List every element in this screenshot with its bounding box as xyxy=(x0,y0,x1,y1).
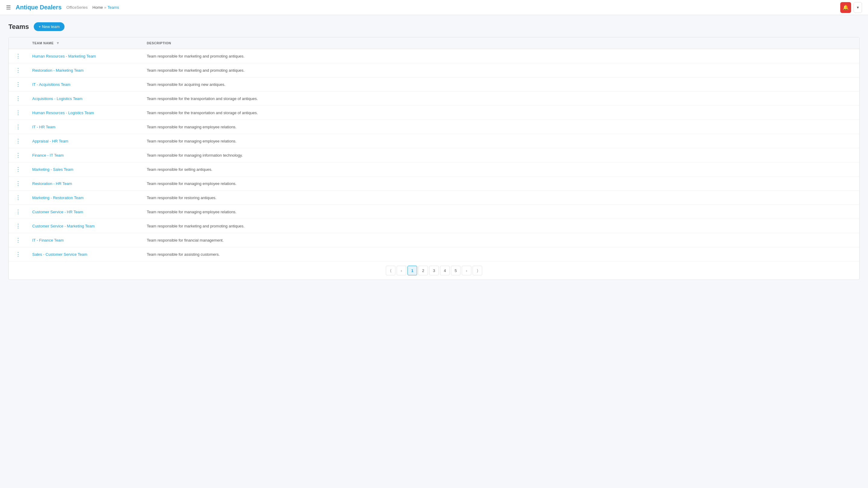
row-menu-button[interactable]: ⋮ xyxy=(13,81,23,88)
notification-button[interactable]: 🔔 xyxy=(840,2,851,13)
row-desc-cell: Team responsible for managing employee r… xyxy=(142,205,859,219)
team-name-link[interactable]: Marketing - Restoration Team xyxy=(32,195,84,200)
team-name-link[interactable]: Restoration - HR Team xyxy=(32,181,72,186)
breadcrumb-home[interactable]: Home xyxy=(93,5,103,10)
chevron-down-icon: ▾ xyxy=(857,5,859,10)
breadcrumb: Home » Teams xyxy=(93,5,119,10)
pagination-page-4[interactable]: 4 xyxy=(440,266,450,275)
team-description: Team responsible for selling antiques. xyxy=(147,167,213,172)
team-name-link[interactable]: Restoration - Marketing Team xyxy=(32,68,84,73)
team-name-link[interactable]: Customer Service - HR Team xyxy=(32,210,83,214)
row-menu-button[interactable]: ⋮ xyxy=(13,124,23,130)
pagination-next[interactable]: › xyxy=(462,266,471,275)
team-description: Team responsible for marketing and promo… xyxy=(147,68,244,73)
row-desc-cell: Team responsible for marketing and promo… xyxy=(142,63,859,77)
table-row: ⋮ Customer Service - HR Team Team respon… xyxy=(9,205,859,219)
row-actions-cell: ⋮ xyxy=(9,162,27,176)
table-row: ⋮ Sales - Customer Service Team Team res… xyxy=(9,247,859,261)
pagination-page-2[interactable]: 2 xyxy=(418,266,428,275)
row-desc-cell: Team responsible for assisting customers… xyxy=(142,247,859,261)
row-desc-cell: Team responsible for managing informatio… xyxy=(142,148,859,162)
table-row: ⋮ Human Resources - Marketing Team Team … xyxy=(9,49,859,63)
row-menu-button[interactable]: ⋮ xyxy=(13,208,23,215)
row-menu-button[interactable]: ⋮ xyxy=(13,237,23,243)
team-description: Team responsible for managing informatio… xyxy=(147,153,243,158)
table-row: ⋮ Marketing - Sales Team Team responsibl… xyxy=(9,162,859,176)
pagination-first[interactable]: ⟨ xyxy=(386,266,396,275)
table-row: ⋮ Appraisal - HR Team Team responsible f… xyxy=(9,134,859,148)
pagination-page-3[interactable]: 3 xyxy=(429,266,439,275)
teams-table-container: TEAM NAME ▼ DESCRIPTION ⋮ Human Resource… xyxy=(8,37,860,280)
team-name-link[interactable]: Human Resources - Marketing Team xyxy=(32,54,96,59)
row-actions-cell: ⋮ xyxy=(9,176,27,191)
team-name-link[interactable]: IT - HR Team xyxy=(32,125,56,129)
team-name-link[interactable]: Human Resources - Logistics Team xyxy=(32,110,94,115)
user-dropdown-button[interactable]: ▾ xyxy=(854,2,862,13)
row-actions-cell: ⋮ xyxy=(9,49,27,63)
row-actions-cell: ⋮ xyxy=(9,205,27,219)
new-team-button[interactable]: + New team xyxy=(34,22,64,31)
header-right: 🔔 ▾ xyxy=(840,2,862,13)
team-name-link[interactable]: IT - Finance Team xyxy=(32,238,64,242)
row-menu-button[interactable]: ⋮ xyxy=(13,109,23,116)
row-name-cell: Marketing - Sales Team xyxy=(27,162,142,176)
row-desc-cell: Team responsible for managing employee r… xyxy=(142,120,859,134)
table-body: ⋮ Human Resources - Marketing Team Team … xyxy=(9,49,859,261)
row-name-cell: Finance - IT Team xyxy=(27,148,142,162)
row-menu-button[interactable]: ⋮ xyxy=(13,53,23,59)
pagination-last[interactable]: ⟩ xyxy=(472,266,482,275)
row-name-cell: Customer Service - HR Team xyxy=(27,205,142,219)
pagination-prev[interactable]: ‹ xyxy=(397,266,406,275)
col-header-name: TEAM NAME ▼ xyxy=(27,37,142,49)
row-menu-button[interactable]: ⋮ xyxy=(13,180,23,187)
team-name-link[interactable]: Sales - Customer Service Team xyxy=(32,252,87,257)
row-menu-button[interactable]: ⋮ xyxy=(13,194,23,201)
row-actions-cell: ⋮ xyxy=(9,233,27,247)
team-name-link[interactable]: Customer Service - Marketing Team xyxy=(32,224,95,228)
team-name-link[interactable]: Acquisitions - Logistics Team xyxy=(32,96,83,101)
table-row: ⋮ Finance - IT Team Team responsible for… xyxy=(9,148,859,162)
row-name-cell: Human Resources - Logistics Team xyxy=(27,106,142,120)
row-menu-button[interactable]: ⋮ xyxy=(13,251,23,258)
row-menu-button[interactable]: ⋮ xyxy=(13,152,23,158)
row-desc-cell: Team responsible for financial managemen… xyxy=(142,233,859,247)
table-row: ⋮ IT - Finance Team Team responsible for… xyxy=(9,233,859,247)
row-actions-cell: ⋮ xyxy=(9,77,27,92)
team-description: Team responsible for marketing and promo… xyxy=(147,54,244,59)
page-content: Teams + New team TEAM NAME ▼ DESCRIPTION xyxy=(0,15,868,287)
row-menu-button[interactable]: ⋮ xyxy=(13,67,23,73)
team-description: Team responsible for assisting customers… xyxy=(147,252,220,257)
row-name-cell: Acquisitions - Logistics Team xyxy=(27,92,142,106)
row-actions-cell: ⋮ xyxy=(9,120,27,134)
row-name-cell: IT - Finance Team xyxy=(27,233,142,247)
table-row: ⋮ Restoration - Marketing Team Team resp… xyxy=(9,63,859,77)
team-description: Team responsible for managing employee r… xyxy=(147,181,237,186)
row-desc-cell: Team responsible for the transportation … xyxy=(142,106,859,120)
row-name-cell: Restoration - Marketing Team xyxy=(27,63,142,77)
row-menu-button[interactable]: ⋮ xyxy=(13,223,23,229)
row-desc-cell: Team responsible for restoring antiques. xyxy=(142,191,859,205)
table-row: ⋮ IT - HR Team Team responsible for mana… xyxy=(9,120,859,134)
col-header-desc: DESCRIPTION xyxy=(142,37,859,49)
team-name-link[interactable]: Finance - IT Team xyxy=(32,153,64,158)
team-description: Team responsible for managing employee r… xyxy=(147,125,237,129)
row-name-cell: IT - HR Team xyxy=(27,120,142,134)
page-header: Teams + New team xyxy=(8,22,860,31)
team-description: Team responsible for managing employee r… xyxy=(147,210,237,214)
row-actions-cell: ⋮ xyxy=(9,219,27,233)
row-name-cell: IT - Acquisitions Team xyxy=(27,77,142,92)
pagination-page-1[interactable]: 1 xyxy=(407,266,417,275)
row-desc-cell: Team responsible for managing employee r… xyxy=(142,176,859,191)
row-name-cell: Restoration - HR Team xyxy=(27,176,142,191)
row-menu-button[interactable]: ⋮ xyxy=(13,166,23,173)
filter-icon[interactable]: ▼ xyxy=(56,41,60,45)
row-name-cell: Customer Service - Marketing Team xyxy=(27,219,142,233)
row-menu-button[interactable]: ⋮ xyxy=(13,95,23,102)
team-name-link[interactable]: Appraisal - HR Team xyxy=(32,139,68,143)
row-name-cell: Human Resources - Marketing Team xyxy=(27,49,142,63)
hamburger-icon[interactable]: ☰ xyxy=(6,4,11,11)
pagination-page-5[interactable]: 5 xyxy=(451,266,461,275)
team-name-link[interactable]: Marketing - Sales Team xyxy=(32,167,73,172)
team-name-link[interactable]: IT - Acquisitions Team xyxy=(32,82,70,87)
row-menu-button[interactable]: ⋮ xyxy=(13,138,23,144)
